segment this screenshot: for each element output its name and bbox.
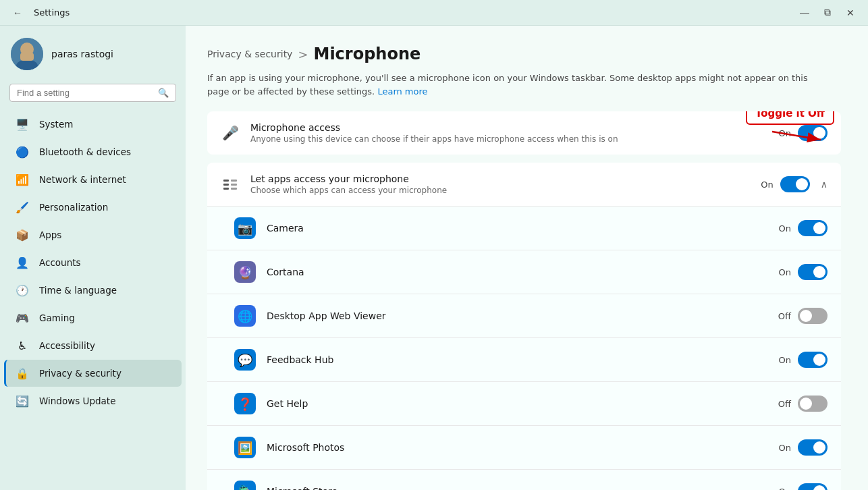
app-toggle[interactable] — [798, 483, 828, 490]
app-row: ❓ Get Help Off — [207, 382, 841, 426]
window-controls: — ⧉ ✕ — [795, 3, 860, 22]
nav-label-network: Network & internet — [39, 174, 126, 185]
app-toggle-container: Off — [778, 308, 828, 324]
sidebar-item-privacy[interactable]: 🔒 Privacy & security — [4, 360, 182, 387]
toggle-knob — [813, 127, 825, 139]
app-toggle-container: On — [779, 483, 828, 490]
app-toggle[interactable] — [798, 396, 828, 412]
minimize-button[interactable]: — — [795, 3, 814, 22]
app-toggle-knob — [813, 354, 825, 366]
sidebar-item-apps[interactable]: 📦 Apps — [4, 221, 182, 248]
app-row: 🌐 Desktop App Web Viewer Off — [207, 294, 841, 338]
app-name-text: Cortana — [267, 267, 768, 277]
nav-icon-system: 🖥️ — [15, 117, 30, 132]
app-name: Desktop App Web Viewer — [267, 310, 767, 321]
mic-access-toggle-container: On — [779, 125, 828, 141]
app-name-text: Feedback Hub — [267, 354, 768, 365]
app-icon: 💬 — [234, 349, 256, 371]
sidebar-item-system[interactable]: 🖥️ System — [4, 111, 182, 138]
sidebar-item-accessibility[interactable]: ♿ Accessibility — [4, 332, 182, 359]
app-toggle-container: On — [779, 264, 828, 280]
search-box[interactable]: 🔍 — [9, 84, 176, 102]
app-icon: ❓ — [234, 393, 256, 414]
app-toggle[interactable] — [798, 264, 828, 280]
let-apps-row: Let apps access your microphone Choose w… — [207, 163, 841, 207]
app-name-text: Microsoft Photos — [267, 442, 768, 453]
app-icon: 🖼️ — [234, 437, 256, 458]
app-row: 🔮 Cortana On — [207, 250, 841, 294]
maximize-button[interactable]: ⧉ — [818, 3, 837, 22]
sidebar-item-gaming[interactable]: 🎮 Gaming — [4, 304, 182, 331]
title-bar: ← Settings — ⧉ ✕ — [0, 0, 868, 26]
app-icon: 🔮 — [234, 261, 256, 283]
nav-label-time: Time & language — [39, 285, 117, 296]
sidebar-item-accounts[interactable]: 👤 Accounts — [4, 249, 182, 276]
sidebar-item-personalization[interactable]: 🖌️ Personalization — [4, 194, 182, 221]
app-name: Camera — [267, 223, 768, 234]
svg-rect-10 — [231, 184, 237, 186]
app-value: On — [779, 223, 791, 234]
breadcrumb-separator: > — [298, 47, 308, 61]
app-icon: 🌐 — [234, 305, 256, 327]
app-name: Cortana — [267, 267, 768, 277]
nav-icon-bluetooth: 🔵 — [15, 144, 30, 159]
nav-label-accounts: Accounts — [39, 257, 81, 268]
app-toggle-container: On — [779, 352, 828, 368]
mic-access-toggle[interactable] — [798, 125, 828, 141]
nav-icon-update: 🔄 — [15, 393, 30, 408]
sidebar: paras rastogi 🔍 🖥️ System 🔵 Bluetooth & … — [0, 26, 186, 490]
close-button[interactable]: ✕ — [841, 3, 860, 22]
app-row: 💬 Feedback Hub On — [207, 338, 841, 382]
app-toggle[interactable] — [798, 220, 828, 236]
nav-label-update: Windows Update — [39, 396, 115, 406]
app-icon: 🛍️ — [234, 481, 256, 490]
nav-label-gaming: Gaming — [39, 312, 75, 323]
let-apps-toggle[interactable] — [780, 176, 810, 192]
expand-chevron[interactable]: ∧ — [821, 179, 828, 190]
app-row: 🖼️ Microsoft Photos On — [207, 426, 841, 470]
search-input[interactable] — [17, 88, 153, 98]
svg-rect-9 — [231, 180, 237, 182]
sidebar-item-bluetooth[interactable]: 🔵 Bluetooth & devices — [4, 138, 182, 165]
app-value: Off — [778, 399, 791, 409]
let-apps-toggle-container: On ∧ — [761, 176, 828, 192]
main-content: Privacy & security > Microphone If an ap… — [186, 26, 868, 490]
breadcrumb-parent[interactable]: Privacy & security — [207, 49, 292, 59]
app-name-text: Camera — [267, 223, 768, 234]
learn-more-link[interactable]: Learn more — [377, 86, 427, 97]
user-profile: paras rastogi — [0, 31, 186, 81]
app-list: 📷 Camera On 🔮 Cortana On 🌐 Desktop App W… — [207, 207, 841, 490]
sidebar-item-time[interactable]: 🕐 Time & language — [4, 277, 182, 304]
nav-icon-time: 🕐 — [15, 283, 30, 298]
back-button[interactable]: ← — [8, 3, 27, 22]
app-toggle[interactable] — [798, 439, 828, 456]
mic-access-card: Toggle it Off — [207, 111, 841, 155]
nav-label-personalization: Personalization — [39, 202, 108, 213]
app-toggle-knob — [800, 398, 812, 410]
toggle-knob-2 — [796, 178, 808, 190]
nav-icon-personalization: 🖌️ — [15, 200, 30, 215]
title-bar-left: ← Settings — [8, 3, 70, 22]
sidebar-item-update[interactable]: 🔄 Windows Update — [4, 387, 182, 414]
app-title: Settings — [34, 7, 70, 18]
nav-label-privacy: Privacy & security — [39, 368, 121, 379]
app-toggle-knob — [813, 222, 825, 234]
search-icon: 🔍 — [158, 88, 169, 98]
app-toggle-knob — [800, 310, 812, 322]
app-toggle[interactable] — [798, 352, 828, 368]
nav-icon-network: 📶 — [15, 172, 30, 187]
mic-access-row: Toggle it Off — [207, 111, 841, 155]
nav-label-bluetooth: Bluetooth & devices — [39, 146, 131, 157]
breadcrumb: Privacy & security > Microphone — [207, 45, 841, 63]
mic-access-text: Microphone access Anyone using this devi… — [250, 122, 768, 144]
app-name: Get Help — [267, 398, 767, 409]
app-value: On — [779, 443, 791, 453]
nav-list: 🖥️ System 🔵 Bluetooth & devices 📶 Networ… — [0, 110, 186, 415]
nav-label-apps: Apps — [39, 229, 61, 240]
sidebar-item-network[interactable]: 📶 Network & internet — [4, 166, 182, 193]
app-toggle[interactable] — [798, 308, 828, 324]
nav-label-accessibility: Accessibility — [39, 340, 95, 351]
app-name: Microsoft Photos — [267, 442, 768, 453]
let-apps-card: Let apps access your microphone Choose w… — [207, 163, 841, 490]
page-description: If an app is using your microphone, you'… — [207, 72, 815, 98]
